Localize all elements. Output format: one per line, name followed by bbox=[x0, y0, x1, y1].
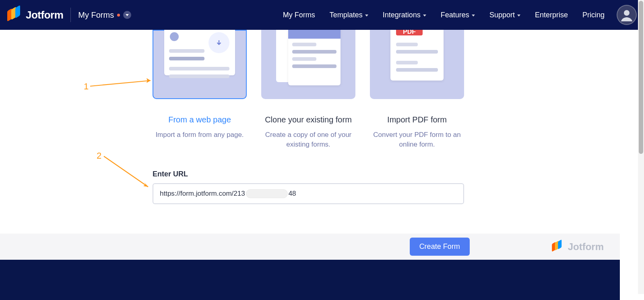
nav-link-label: Support bbox=[489, 11, 515, 19]
brand-logo[interactable]: Jotform bbox=[7, 8, 63, 22]
user-avatar[interactable] bbox=[617, 5, 637, 25]
nav-link-features[interactable]: Features bbox=[441, 11, 475, 19]
enter-url-section: Enter URL https://form.jotform.com/213 4… bbox=[153, 170, 464, 204]
chevron-down-icon bbox=[123, 11, 131, 19]
option-title: Clone your existing form bbox=[265, 115, 352, 124]
url-value-suffix: 48 bbox=[289, 190, 296, 198]
option-title: Import PDF form bbox=[387, 115, 447, 124]
redacted-segment bbox=[246, 189, 288, 198]
option-card-illustration bbox=[153, 30, 247, 99]
page-bottom-band bbox=[0, 260, 620, 300]
nav-link-support[interactable]: Support bbox=[489, 11, 520, 19]
my-forms-label: My Forms bbox=[78, 10, 114, 20]
option-card-illustration: PDF bbox=[370, 30, 464, 99]
pdf-badge-icon: PDF bbox=[396, 30, 423, 35]
option-description: Create a copy of one of your existing fo… bbox=[261, 130, 355, 149]
annotation-step-2: 2 bbox=[97, 151, 101, 161]
nav-link-label: Enterprise bbox=[535, 11, 568, 19]
nav-link-label: My Forms bbox=[283, 11, 315, 19]
top-navbar: Jotform My Forms My Forms Templates Inte… bbox=[0, 0, 644, 30]
option-description: Import a form from any page. bbox=[155, 130, 244, 140]
enter-url-input[interactable]: https://form.jotform.com/213 48 bbox=[153, 183, 464, 204]
import-option-cards: From a web page Import a form from any p… bbox=[153, 30, 464, 149]
brand-name: Jotform bbox=[26, 9, 63, 21]
option-import-pdf-form[interactable]: PDF Import PDF form Convert your PDF for… bbox=[370, 30, 464, 149]
primary-nav-links: My Forms Templates Integrations Features… bbox=[283, 11, 605, 19]
nav-link-templates[interactable]: Templates bbox=[330, 11, 368, 19]
nav-link-integrations[interactable]: Integrations bbox=[383, 11, 426, 19]
footer-brand-logo: Jotform bbox=[550, 240, 604, 254]
svg-line-1 bbox=[90, 81, 151, 86]
annotation-arrow-2 bbox=[104, 156, 156, 192]
nav-link-pricing[interactable]: Pricing bbox=[582, 11, 605, 19]
brand-logo-mark bbox=[7, 8, 21, 22]
brand-logo-mark bbox=[552, 242, 562, 252]
option-clone-existing-form[interactable]: Clone your existing form Create a copy o… bbox=[261, 30, 355, 149]
chevron-down-icon bbox=[423, 14, 426, 17]
option-from-web-page[interactable]: From a web page Import a form from any p… bbox=[153, 30, 247, 149]
svg-point-0 bbox=[624, 10, 630, 16]
notification-dot-icon bbox=[117, 14, 120, 17]
enter-url-label: Enter URL bbox=[153, 170, 464, 178]
avatar-image-icon bbox=[619, 8, 634, 22]
nav-link-my-forms[interactable]: My Forms bbox=[283, 11, 315, 19]
option-title: From a web page bbox=[168, 115, 231, 124]
create-form-button[interactable]: Create Form bbox=[410, 238, 470, 256]
download-circle-icon bbox=[208, 32, 229, 53]
annotation-step-1: 1 bbox=[84, 81, 89, 92]
option-card-illustration bbox=[261, 30, 355, 99]
my-forms-dropdown[interactable]: My Forms bbox=[78, 10, 131, 20]
chevron-down-icon bbox=[472, 14, 475, 17]
nav-link-enterprise[interactable]: Enterprise bbox=[535, 11, 568, 19]
nav-link-label: Pricing bbox=[582, 11, 605, 19]
svg-line-3 bbox=[104, 156, 148, 187]
nav-link-label: Integrations bbox=[383, 11, 421, 19]
nav-link-label: Templates bbox=[330, 11, 363, 19]
chevron-down-icon bbox=[517, 14, 520, 17]
annotation-arrow-1 bbox=[90, 81, 159, 97]
nav-divider bbox=[70, 8, 71, 22]
chevron-down-icon bbox=[365, 14, 368, 17]
option-description: Convert your PDF form to an online form. bbox=[370, 130, 464, 149]
placeholder-circle-icon bbox=[170, 32, 179, 41]
nav-link-label: Features bbox=[441, 11, 469, 19]
footer-brand-name: Jotform bbox=[568, 241, 604, 252]
url-value-prefix: https://form.jotform.com/213 bbox=[160, 190, 245, 198]
page-footer-bar: Create Form Jotform bbox=[0, 234, 620, 260]
